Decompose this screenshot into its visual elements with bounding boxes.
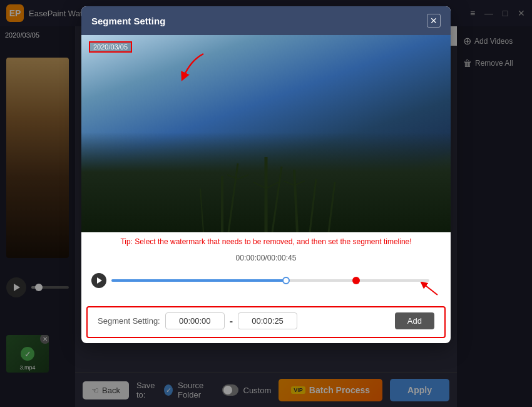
play-icon [97, 277, 102, 284]
segment-setting-label: Segment Setting: [98, 316, 160, 326]
modal-overlay: Segment Setting ✕ 2020/03/05 [0, 0, 532, 407]
red-arrow-icon [178, 51, 210, 85]
svg-line-5 [228, 163, 238, 232]
segment-setting-modal: Segment Setting ✕ 2020/03/05 [81, 6, 451, 343]
modal-header: Segment Setting ✕ [81, 6, 451, 35]
timeline-play-button[interactable] [91, 273, 106, 288]
timeline-marker[interactable] [352, 277, 360, 284]
segment-start-time-input[interactable] [165, 312, 225, 329]
modal-video-area: 2020/03/05 [81, 35, 451, 232]
add-segment-button[interactable]: Add [395, 312, 434, 329]
time-separator: - [230, 316, 233, 327]
timeline-track [91, 265, 441, 296]
svg-line-12 [253, 182, 266, 188]
modal-close-button[interactable]: ✕ [427, 14, 441, 28]
modal-title: Segment Setting [91, 16, 165, 26]
svg-line-13 [266, 182, 279, 188]
svg-line-16 [284, 181, 294, 185]
svg-line-9 [310, 179, 316, 232]
svg-line-11 [329, 182, 335, 232]
svg-line-7 [272, 167, 282, 232]
segment-setting-row: Segment Setting: - Add [86, 306, 446, 338]
plant-silhouette [172, 151, 360, 232]
timeline-scrubber[interactable] [111, 279, 429, 282]
timeline-progress [111, 279, 286, 282]
video-watermark-text: 2020/03/05 [89, 41, 132, 53]
tip-text: Tip: Select the watermark that needs to … [81, 232, 451, 251]
modal-timeline: 00:00:00/00:00:45 [81, 251, 451, 306]
svg-line-8 [294, 170, 297, 232]
timeline-time-display: 00:00:00/00:00:45 [91, 254, 441, 262]
timeline-thumb[interactable] [282, 277, 290, 284]
svg-line-15 [238, 175, 248, 179]
svg-line-10 [200, 188, 203, 232]
segment-end-time-input[interactable] [238, 312, 297, 329]
arrow-indicator [178, 51, 210, 88]
